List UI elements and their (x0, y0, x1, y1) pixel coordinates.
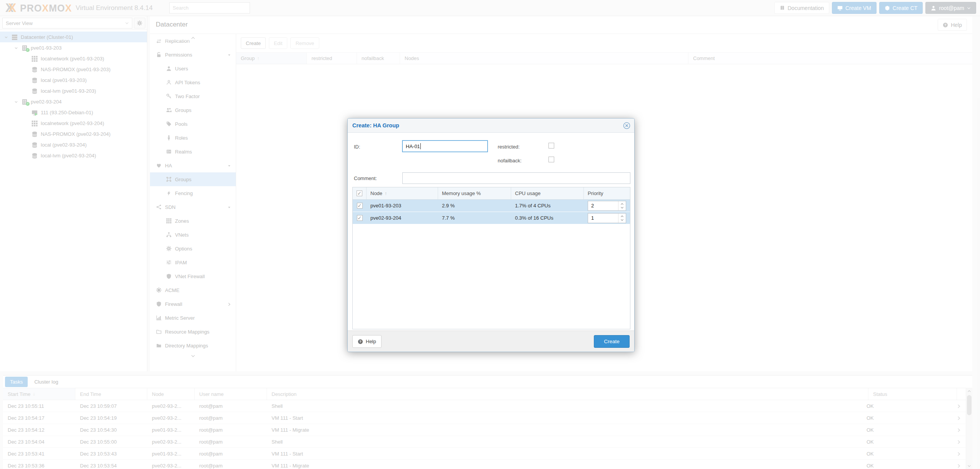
node-row[interactable]: pve01-93-203 2.9 % 1.7% of 4 CPUs 2 (353, 200, 630, 212)
node-memory: 2.9 % (438, 203, 511, 209)
node-cpu: 1.7% of 4 CPUs (511, 203, 584, 209)
node-memory: 7.7 % (438, 215, 511, 221)
restricted-label: restricted: (498, 144, 520, 150)
restricted-checkbox[interactable] (548, 143, 554, 149)
create-ha-group-dialog: Create: HA Group ID: HA-01 restricted: n… (347, 118, 635, 352)
priority-value: 2 (588, 203, 618, 209)
proxmox-app: X X PROXMOX Virtual Environment 8.4.14 D… (0, 0, 980, 469)
id-label: ID: (354, 144, 360, 150)
dialog-titlebar[interactable]: Create: HA Group (348, 119, 634, 133)
node-checkbox[interactable] (357, 203, 363, 209)
dialog-footer: Help Create (348, 330, 634, 352)
text-caret (420, 143, 421, 149)
question-icon (358, 339, 363, 344)
dialog-title: Create: HA Group (352, 122, 399, 129)
priority-value: 1 (588, 215, 618, 221)
spinner-up-icon[interactable] (620, 215, 624, 218)
select-all-checkbox[interactable] (353, 187, 367, 199)
spinner-down-icon[interactable] (620, 206, 624, 209)
spinner-down-icon[interactable] (620, 218, 624, 222)
priority-spinner[interactable]: 1 (588, 213, 626, 223)
id-input[interactable]: HA-01 (402, 140, 488, 152)
column-header-priority[interactable]: Priority (584, 187, 630, 199)
column-header-node[interactable]: Node↑ (367, 187, 438, 199)
comment-input[interactable] (402, 172, 630, 184)
node-cpu: 0.3% of 16 CPUs (511, 215, 584, 221)
comment-label: Comment: (354, 175, 377, 181)
node-name: pve01-93-203 (367, 203, 438, 209)
node-checkbox[interactable] (357, 215, 363, 221)
dialog-help-button[interactable]: Help (352, 335, 382, 348)
node-selection-grid: Node↑ Memory usage % CPU usage Priority … (352, 187, 630, 329)
column-header-cpu[interactable]: CPU usage (511, 187, 584, 199)
sort-asc-icon: ↑ (385, 191, 387, 196)
nofailback-label: nofailback: (498, 158, 522, 164)
node-rows: pve01-93-203 2.9 % 1.7% of 4 CPUs 2 (353, 200, 630, 224)
node-name: pve02-93-204 (367, 215, 438, 221)
spinner-up-icon[interactable] (620, 202, 624, 206)
priority-spinner[interactable]: 2 (588, 201, 626, 211)
close-icon[interactable] (623, 122, 630, 129)
nofailback-checkbox[interactable] (548, 157, 554, 162)
node-row[interactable]: pve02-93-204 7.7 % 0.3% of 16 CPUs 1 (353, 212, 630, 224)
dialog-create-button[interactable]: Create (594, 335, 630, 348)
column-header-memory[interactable]: Memory usage % (438, 187, 511, 199)
